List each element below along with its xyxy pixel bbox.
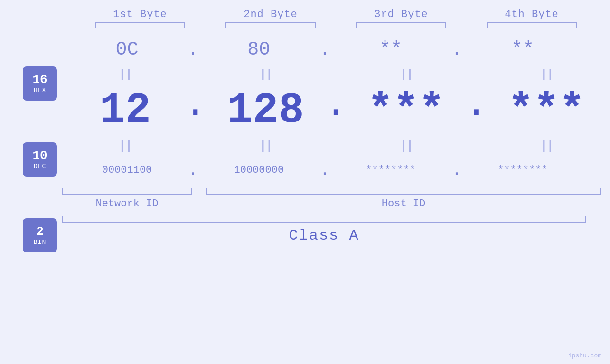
bracket-2	[206, 22, 336, 28]
bin-value-1: 00001100	[102, 164, 152, 176]
dec-value-2: 128	[227, 86, 304, 135]
bin-cell-2: 10000000	[194, 164, 324, 176]
dec-badge: 10 DEC	[23, 142, 57, 177]
byte-label-4: 4th Byte	[467, 9, 597, 20]
bottom-section: Network ID Host ID	[0, 188, 610, 210]
bracket-3	[336, 22, 467, 28]
byte-labels-row: 1st Byte 2nd Byte 3rd Byte 4th Byte	[0, 0, 610, 20]
hex-cell-1: 0C	[62, 39, 192, 60]
equals-cell-3: ||	[343, 67, 469, 82]
bin-cell-3: ********	[326, 164, 456, 176]
equals-2: ||	[259, 67, 272, 82]
footer-section: Class A	[0, 216, 610, 244]
equals-2b: ||	[259, 139, 272, 153]
equals-cell-4b: ||	[483, 139, 610, 153]
equals-1: ||	[119, 67, 131, 82]
equals-cell-1: ||	[62, 67, 188, 82]
dec-dot-3: .	[469, 83, 483, 138]
network-bracket	[62, 188, 192, 195]
equals-1b: ||	[119, 139, 131, 153]
dec-value-1: 12	[100, 86, 151, 135]
host-id-label: Host ID	[206, 198, 601, 210]
bracket-line-1	[95, 22, 185, 28]
badges-column: 16 HEX 10 DEC 2 BIN	[23, 66, 57, 252]
bin-badge-label: BIN	[34, 239, 46, 246]
bin-badge: 2 BIN	[23, 218, 57, 252]
hex-badge: 16 HEX	[23, 66, 57, 101]
bracket-4	[467, 22, 597, 28]
dec-cell-2: 128	[202, 86, 329, 135]
dec-dot-1: .	[189, 83, 202, 138]
equals-4b: ||	[540, 139, 553, 153]
dec-cell-4: ***	[483, 86, 610, 135]
equals-3b: ||	[400, 139, 413, 153]
byte-label-2: 2nd Byte	[206, 9, 336, 20]
bin-row: 00001100 . 10000000 . ******** . *******…	[62, 155, 610, 186]
equals-row-1: || || || ||	[62, 66, 610, 83]
equals-cell-4: ||	[483, 67, 610, 82]
equals-4: ||	[540, 67, 553, 82]
hex-row: 0C . 80 . ** . **	[62, 33, 610, 66]
hex-badge-label: HEX	[34, 87, 46, 94]
equals-cell-2b: ||	[202, 139, 329, 153]
bin-value-3: ********	[366, 164, 416, 176]
equals-cell-1b: ||	[62, 139, 188, 153]
byte-label-1: 1st Byte	[75, 9, 206, 20]
hex-cell-2: 80	[194, 39, 324, 60]
dec-badge-label: DEC	[34, 163, 46, 170]
byte-label-3: 3rd Byte	[336, 9, 467, 20]
dec-cell-3: ***	[343, 86, 470, 135]
dec-dot-2: .	[329, 83, 342, 138]
bracket-line-2	[225, 22, 316, 28]
bracket-1	[75, 22, 206, 28]
hex-cell-3: **	[326, 39, 456, 60]
bottom-bracket-row	[62, 188, 610, 195]
dec-row: 12 . 128 . *** . ***	[62, 83, 610, 138]
hex-cell-4: **	[457, 39, 588, 60]
equals-cell-2: ||	[202, 67, 329, 82]
watermark: ipshu.com	[568, 352, 601, 359]
network-id-label: Network ID	[62, 198, 192, 210]
host-bracket	[206, 188, 601, 195]
hex-value-1: 0C	[115, 39, 138, 60]
footer-bracket	[62, 216, 586, 223]
bin-cell-1: 00001100	[62, 164, 192, 176]
equals-row-2: || || || ||	[62, 138, 610, 155]
hex-value-3: **	[379, 39, 402, 60]
hex-badge-num: 16	[32, 73, 47, 87]
main-container: 1st Byte 2nd Byte 3rd Byte 4th Byte 16 H…	[0, 0, 610, 364]
id-labels-row: Network ID Host ID	[62, 198, 610, 210]
dec-value-3: ***	[367, 86, 444, 135]
bin-value-2: 10000000	[234, 164, 284, 176]
bin-value-4: ********	[497, 164, 548, 176]
dec-badge-num: 10	[32, 149, 47, 163]
bin-badge-num: 2	[36, 225, 44, 239]
hex-value-4: **	[511, 39, 534, 60]
equals-3: ||	[400, 67, 413, 82]
bin-cell-4: ********	[457, 164, 588, 176]
equals-cell-3b: ||	[343, 139, 469, 153]
dec-cell-1: 12	[62, 86, 189, 135]
brackets-row	[0, 22, 610, 28]
content-area: 0C . 80 . ** . ** ||	[0, 33, 610, 186]
bracket-line-4	[487, 22, 577, 28]
dec-value-4: ***	[508, 86, 585, 135]
bracket-line-3	[356, 22, 446, 28]
class-label: Class A	[62, 227, 586, 244]
hex-value-2: 80	[247, 39, 270, 60]
